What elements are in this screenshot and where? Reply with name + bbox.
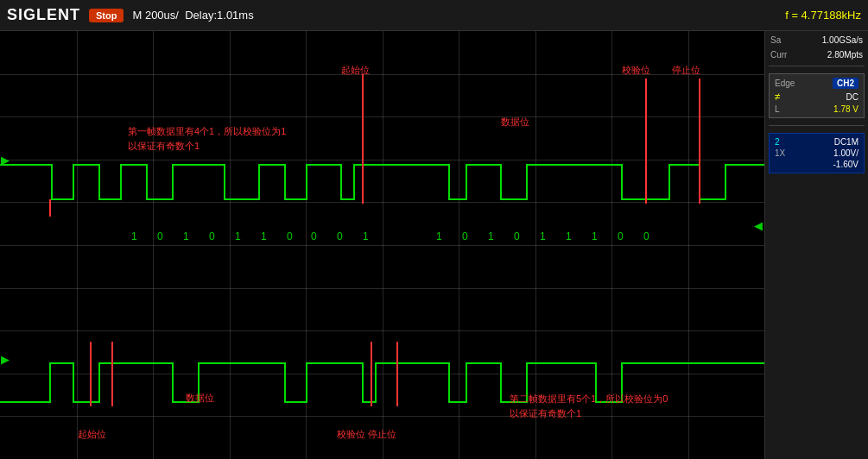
bit-label-9: 0	[337, 230, 343, 244]
divider-2	[769, 125, 865, 126]
ch2-badge: CH2	[833, 78, 858, 89]
bit-label-12: 0	[462, 230, 468, 244]
scope-screen: 1 0 1 0 1 1 0 0 0 1 1 0 1 0 1 1 1 0 0 起始…	[0, 31, 764, 459]
edge-box: Edge CH2 ≠ DC L 1.78 V	[769, 73, 865, 118]
stop-button[interactable]: Stop	[89, 9, 124, 22]
divider-1	[769, 66, 865, 66]
edge-row: Edge CH2	[773, 77, 860, 90]
data-bit-bot-label: 数据位	[186, 392, 214, 405]
logo: SIGLENT	[7, 6, 80, 24]
bit-label-8: 0	[311, 230, 317, 244]
trigger-marker-bot: ▶	[1, 353, 10, 366]
data-bit-top-label: 数据位	[501, 116, 529, 129]
edge-label: Edge	[775, 79, 795, 88]
curr-value: 2.80Mpts	[827, 50, 863, 60]
oscilloscope: SIGLENT Stop M 200us/ Delay:1.01ms f = 4…	[0, 0, 868, 459]
check-bit-top-label: 校验位	[622, 64, 650, 77]
l-value: 1.78 V	[833, 104, 858, 114]
bit-label-11: 1	[436, 230, 442, 244]
curr-row: Curr 2.80Mpts	[769, 49, 865, 60]
trigger-right-marker: ◀	[754, 219, 763, 232]
check-stop-bot-label: 校验位 停止位	[337, 428, 396, 441]
header-timebase: M 200us/ Delay:1.01ms	[132, 9, 776, 22]
stop-bit-top-label: 停止位	[672, 64, 700, 77]
trigger-type-row: ≠ DC	[773, 90, 860, 104]
dc1m-label: DC1M	[834, 137, 858, 147]
bit-label-5: 1	[235, 230, 241, 244]
note-bot: 第二帧数据里有5个1，所以校验位为0 以保证有奇数个1	[510, 392, 668, 420]
probe-row: 1X 1.00V/	[773, 148, 860, 159]
v-offset: -1.60V	[833, 160, 858, 169]
ch2-header-row: 2 DC1M	[773, 136, 860, 148]
sa-row: Sa 1.00GSa/s	[769, 35, 865, 46]
trigger-marker-top: ▶	[1, 154, 10, 167]
header-bar: SIGLENT Stop M 200us/ Delay:1.01ms f = 4…	[0, 0, 868, 31]
bit-label-3: 1	[183, 230, 189, 244]
header-frequency: f = 4.77188kHz	[785, 9, 861, 22]
bit-label-6: 1	[261, 230, 267, 244]
bit-label-10: 1	[363, 230, 369, 244]
x1-label: 1X	[775, 148, 785, 158]
bit-label-4: 0	[209, 230, 215, 244]
sa-label: Sa	[770, 35, 781, 45]
curr-label: Curr	[770, 50, 787, 60]
bit-label-14: 0	[514, 230, 520, 244]
offset-row: -1.60V	[773, 159, 860, 170]
note-top: 第一帧数据里有4个1，所以校验位为1 以保证有奇数个1	[128, 124, 286, 153]
trigger-type-icon: ≠	[775, 91, 781, 103]
bit-label-15: 1	[540, 230, 546, 244]
bit-label-2: 0	[157, 230, 163, 244]
l-row: L 1.78 V	[773, 104, 860, 115]
dc-label: DC	[846, 92, 858, 102]
bit-label-1: 1	[131, 230, 137, 244]
bit-label-7: 0	[287, 230, 293, 244]
l-label: L	[775, 104, 780, 114]
bit-label-17: 1	[592, 230, 598, 244]
bit-label-18: 0	[618, 230, 624, 244]
ch2-number: 2	[775, 137, 780, 147]
main-area: 1 0 1 0 1 1 0 0 0 1 1 0 1 0 1 1 1 0 0 起始…	[0, 31, 868, 459]
bit-label-13: 1	[488, 230, 494, 244]
bit-label-19: 0	[643, 230, 649, 244]
sa-value: 1.00GSa/s	[822, 35, 863, 45]
start-bit-top-label: 起始位	[341, 64, 370, 77]
ch2-section: 2 DC1M 1X 1.00V/ -1.60V	[769, 133, 865, 173]
bit-label-16: 1	[566, 230, 572, 244]
right-panel: Sa 1.00GSa/s Curr 2.80Mpts Edge CH2 ≠ DC…	[764, 31, 868, 459]
v-per-div: 1.00V/	[833, 148, 858, 158]
start-bit-bot-label: 起始位	[78, 428, 106, 441]
